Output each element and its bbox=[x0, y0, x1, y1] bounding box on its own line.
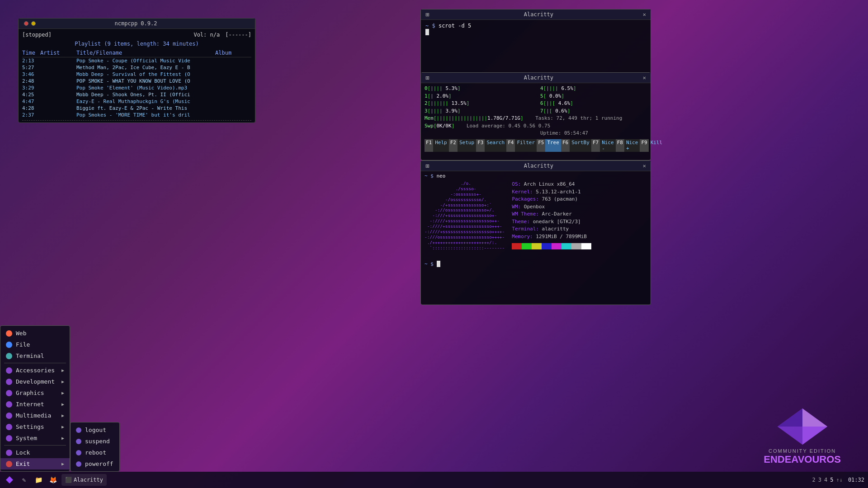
ncmpcpp-track-row[interactable]: 4:25Mobb Deep - Shook Ones, Pt. II (Offi… bbox=[22, 91, 251, 98]
menu-item-exit[interactable]: Exit bbox=[0, 458, 70, 469]
menu-item-system[interactable]: System bbox=[0, 432, 70, 444]
menu-item-settings[interactable]: Settings bbox=[0, 421, 70, 432]
endeavouros-taskbar-icon[interactable] bbox=[4, 474, 15, 486]
internet-icon bbox=[6, 401, 12, 408]
ncmpcpp-track-row[interactable]: 2:13Pop Smoke - Coupe (Official Music Vi… bbox=[22, 57, 251, 64]
htop-load: Load average: 0.45 0.56 0.75 bbox=[467, 123, 550, 129]
svg-marker-5 bbox=[6, 476, 13, 483]
ncmpcpp-title: ncmpcpp 0.9.2 bbox=[36, 20, 236, 27]
reboot-icon bbox=[76, 450, 81, 455]
ncmpcpp-vol: Vol: n/a bbox=[193, 32, 220, 38]
menu-item-lock[interactable]: Lock bbox=[0, 447, 70, 458]
file-icon bbox=[6, 342, 12, 348]
development-icon bbox=[6, 379, 12, 385]
firefox-taskbar-icon[interactable]: 🦊 bbox=[47, 474, 59, 486]
ncmpcpp-playlist-header: Playlist (9 items, length: 34 minutes) bbox=[22, 39, 251, 49]
ncmpcpp-titlebar[interactable]: ncmpcpp 0.9.2 bbox=[19, 19, 255, 29]
workspace-arrows[interactable]: ↑↓ bbox=[836, 477, 842, 483]
term-cmd-neo: neo bbox=[437, 173, 446, 179]
alacritty-scrot-icon: ⊞ bbox=[425, 11, 429, 18]
alacritty-scrot-window: ⊞ Alacritty ✕ ~ $ scrot -d 5 bbox=[420, 9, 651, 77]
workspace-4[interactable]: 4 bbox=[824, 477, 827, 483]
term-prompt-1: ~ $ bbox=[425, 23, 435, 29]
multimedia-icon bbox=[6, 413, 12, 419]
term-prompt-bottom: ~ $ bbox=[425, 261, 434, 267]
minimize-button[interactable] bbox=[31, 21, 36, 26]
workspace-3[interactable]: 3 bbox=[818, 477, 821, 483]
web-icon bbox=[6, 330, 12, 337]
menu-label-terminal: Terminal bbox=[16, 352, 44, 359]
submenu-poweroff[interactable]: poweroff bbox=[71, 458, 119, 469]
menu-item-file[interactable]: File bbox=[0, 339, 70, 350]
ncmpcpp-track-row[interactable]: 3:46Mobb Deep - Survival of the Fittest … bbox=[22, 71, 251, 78]
neofetch-colors bbox=[512, 243, 591, 249]
taskbar-time: 01:32 bbox=[848, 477, 864, 483]
file-manager-taskbar-icon[interactable]: 📁 bbox=[33, 474, 44, 486]
ncmpcpp-divider bbox=[22, 120, 251, 121]
submenu-reboot[interactable]: reboot bbox=[71, 447, 119, 458]
alacritty-htop-icon: ⊞ bbox=[425, 74, 429, 81]
alacritty-htop-title: Alacritty bbox=[434, 75, 643, 81]
alacritty-htop-titlebar[interactable]: ⊞ Alacritty ✕ bbox=[421, 73, 651, 83]
alacritty-neofetch-titlebar[interactable]: ⊞ Alacritty ✕ bbox=[421, 161, 651, 171]
menu-label-exit: Exit bbox=[16, 460, 30, 467]
workspace-5[interactable]: 5 bbox=[830, 477, 833, 483]
text-editor-taskbar-icon[interactable]: ✎ bbox=[18, 474, 30, 486]
taskbar: ✎ 📁 🦊 ⬛ Alacritty 2 3 4 5 ↑↓ 01:32 bbox=[0, 472, 868, 488]
menu-label-multimedia: Multimedia bbox=[16, 412, 51, 419]
graphics-icon bbox=[6, 390, 12, 396]
ncmpcpp-track-row[interactable]: 4:47Eazy-E - Real Muthaphuckgin G's (Mus… bbox=[22, 98, 251, 105]
ncmpcpp-track-row[interactable]: 4:28Biggie ft. Eazy-E & 2Pac - Write Thi… bbox=[22, 105, 251, 112]
term-cmd-1: scrot -d 5 bbox=[439, 23, 471, 29]
term-prompt-neo: ~ $ bbox=[425, 173, 434, 179]
close-icon[interactable]: ✕ bbox=[643, 11, 646, 18]
ncmpcpp-track-row[interactable]: 3:29Pop Smoke 'Element' (Music Video).mp… bbox=[22, 84, 251, 91]
menu-item-internet[interactable]: Internet bbox=[0, 399, 70, 410]
ncmpcpp-status: [stopped] bbox=[22, 32, 52, 38]
menu-label-development: Development bbox=[16, 378, 55, 385]
menu-item-graphics[interactable]: Graphics bbox=[0, 387, 70, 399]
settings-icon bbox=[6, 424, 12, 430]
alacritty-scrot-titlebar[interactable]: ⊞ Alacritty ✕ bbox=[421, 9, 651, 20]
menu-item-accessories[interactable]: Accessories bbox=[0, 365, 70, 376]
alacritty-scrot-title: Alacritty bbox=[434, 11, 643, 18]
menu-label-lock: Lock bbox=[16, 449, 30, 456]
taskbar-left: ✎ 📁 🦊 ⬛ Alacritty bbox=[4, 474, 107, 486]
submenu-label-logout: logout bbox=[85, 427, 106, 433]
menu-label-settings: Settings bbox=[16, 423, 44, 430]
logo-community-text: COMMUNITY EDITION bbox=[764, 448, 841, 454]
alacritty-taskbar-label: Alacritty bbox=[74, 477, 103, 483]
workspace-2[interactable]: 2 bbox=[812, 477, 815, 483]
menu-item-terminal[interactable]: Terminal bbox=[0, 350, 70, 361]
workspace-numbers: 2 3 4 5 ↑↓ bbox=[812, 477, 842, 483]
menu-label-internet: Internet bbox=[16, 401, 44, 408]
sub-menu-exit: logout suspend reboot poweroff bbox=[70, 422, 120, 472]
submenu-suspend[interactable]: suspend bbox=[71, 436, 119, 447]
alacritty-taskbar-btn[interactable]: ⬛ Alacritty bbox=[61, 474, 107, 486]
menu-item-web[interactable]: Web bbox=[0, 328, 70, 339]
menu-item-development[interactable]: Development bbox=[0, 376, 70, 387]
logo-suffix: OS bbox=[826, 454, 841, 465]
close-button[interactable] bbox=[24, 21, 28, 26]
ncmpcpp-track-row[interactable]: 5:27Method Man, 2Pac, Ice Cube, Eazy E -… bbox=[22, 64, 251, 71]
svg-marker-1 bbox=[778, 427, 802, 445]
ncmpcpp-track-row[interactable]: 2:48POP SMOKE - WHAT YOU KNOW BOUT LOVE … bbox=[22, 78, 251, 84]
neofetch-info: OS: Arch Linux x86_64 Kernel: 5.13.12-ar… bbox=[512, 181, 591, 257]
ncmpcpp-col-headers: Time Artist Title/Filename Album bbox=[22, 49, 251, 57]
htop-uptime: Uptime: 05:54:47 bbox=[540, 130, 647, 137]
submenu-logout[interactable]: logout bbox=[71, 424, 119, 436]
menu-label-system: System bbox=[16, 435, 37, 441]
suspend-icon bbox=[76, 439, 81, 444]
logo-brand-text: ENDEAVOUROS bbox=[764, 454, 841, 465]
svg-marker-4 bbox=[802, 408, 827, 427]
alacritty-neofetch-window: ⊞ Alacritty ✕ ~ $ neo ./o. ./sssso- -:os… bbox=[420, 160, 651, 305]
close-icon-neofetch[interactable]: ✕ bbox=[643, 163, 646, 169]
submenu-label-poweroff: poweroff bbox=[85, 460, 113, 467]
close-icon-htop[interactable]: ✕ bbox=[643, 75, 646, 81]
ncmpcpp-rows: 2:13Pop Smoke - Coupe (Official Music Vi… bbox=[22, 57, 251, 118]
ncmpcpp-window: ncmpcpp 0.9.2 [stopped] Vol: n/a [------… bbox=[18, 18, 255, 123]
ncmpcpp-track-row[interactable]: 2:37Pop Smokes - 'MORE TIME' but it's dr… bbox=[22, 112, 251, 118]
menu-item-multimedia[interactable]: Multimedia bbox=[0, 410, 70, 421]
neofetch-ascii: ./o. ./sssso- -:osssssss+- -/ossssssssss… bbox=[425, 181, 505, 257]
taskbar-right: 2 3 4 5 ↑↓ 01:32 bbox=[812, 477, 864, 483]
